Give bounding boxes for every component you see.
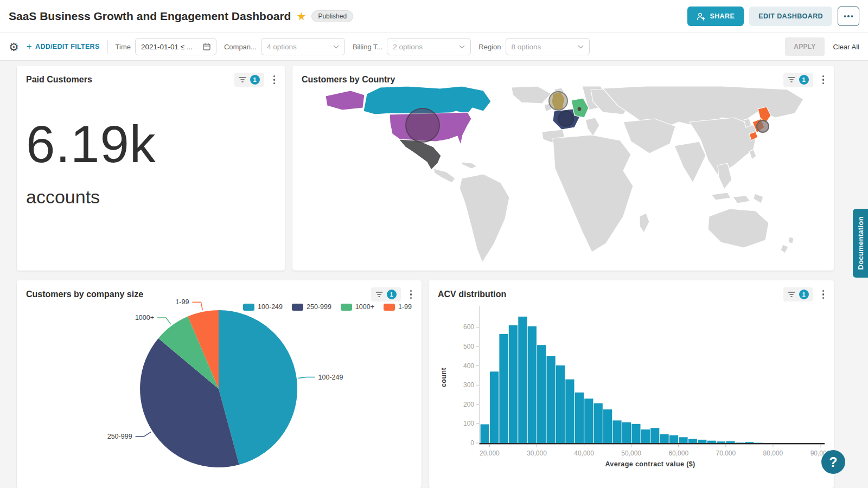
map-marker-france[interactable] (558, 111, 573, 126)
hist-bar[interactable] (584, 399, 593, 443)
filter-label: Compan... (224, 43, 257, 51)
chevron-down-icon (333, 45, 339, 49)
x-axis-line (480, 443, 825, 444)
apply-button[interactable]: APPLY (785, 37, 824, 56)
filter-count-badge: 1 (799, 290, 809, 299)
gear-icon[interactable]: ⚙ (9, 41, 19, 53)
world-map[interactable] (299, 86, 828, 265)
filter-label: Time (116, 43, 131, 51)
hist-bar[interactable] (679, 437, 687, 443)
hist-bar[interactable] (698, 440, 706, 443)
y-tick-label: 100 (463, 420, 474, 427)
widget-title: Customers by company size (26, 290, 143, 299)
share-button[interactable]: SHARE (687, 7, 744, 26)
widget-acv-distribution: ACV distribution 1 010020030040050060020… (429, 280, 834, 488)
map-marker-germany[interactable] (578, 107, 581, 111)
filter-label: Billing T... (353, 43, 382, 51)
widget-company-size: Customers by company size 1 100-249250-9… (17, 280, 422, 488)
hist-bar[interactable] (565, 380, 574, 443)
time-filter-input[interactable]: 2021-01-01 ≤ ... (135, 38, 216, 55)
widget-title: ACV distribution (438, 290, 506, 299)
hist-bar[interactable] (736, 442, 744, 443)
hist-bar[interactable] (518, 317, 527, 443)
pie-legend: 100-249250-9991000+1-99 (243, 303, 412, 311)
hist-bar[interactable] (575, 393, 584, 443)
hist-bar[interactable] (547, 356, 556, 443)
hist-bar[interactable] (481, 425, 489, 444)
hist-bar[interactable] (631, 424, 640, 443)
hist-bar[interactable] (612, 420, 621, 443)
more-options-button[interactable] (838, 7, 859, 26)
widget-menu-button[interactable] (271, 73, 278, 87)
map-india (674, 142, 706, 183)
legend-swatch (243, 304, 254, 311)
dashboard-header: SaaS Business Growth and Engagement Dash… (0, 0, 868, 33)
hist-bar[interactable] (537, 345, 546, 443)
company-filter-select[interactable]: 4 options (261, 38, 345, 55)
map-marker-usa[interactable] (406, 108, 439, 142)
hist-bar[interactable] (707, 441, 716, 443)
widget-menu-button[interactable] (408, 288, 414, 301)
clear-all-button[interactable]: Clear All (833, 43, 859, 51)
hist-bar[interactable] (726, 441, 735, 443)
hist-bar[interactable] (499, 334, 508, 443)
hist-bar[interactable] (603, 409, 612, 443)
help-button[interactable]: ? (821, 450, 845, 474)
legend-label: 100-249 (258, 303, 283, 311)
documentation-tab-label: Documentation (857, 216, 865, 270)
pie-callout-label: 250-999 (107, 433, 132, 440)
legend-item-1-99[interactable]: 1-99 (384, 303, 412, 311)
filter-funnel-icon (375, 291, 383, 298)
calendar-icon (203, 43, 210, 50)
hist-bar[interactable] (688, 439, 697, 444)
widget-menu-button[interactable] (820, 288, 827, 301)
hist-bar[interactable] (717, 441, 725, 443)
hist-bar[interactable] (509, 325, 518, 443)
legend-swatch (384, 304, 395, 311)
hist-bar[interactable] (650, 428, 659, 443)
add-edit-filters-button[interactable]: + ADD/EDIT FILTERS (27, 41, 100, 52)
edit-dashboard-button[interactable]: EDIT DASHBOARD (749, 7, 832, 26)
map-marker-uk[interactable] (549, 92, 567, 110)
favorite-star-icon[interactable]: ★ (296, 11, 306, 22)
filter-count-badge: 1 (387, 290, 397, 299)
map-alaska[interactable] (326, 91, 365, 110)
hist-bar[interactable] (490, 371, 499, 443)
hist-bar[interactable] (641, 429, 650, 443)
filter-label: Region (478, 43, 501, 51)
filter-funnel-icon (788, 291, 795, 298)
region-filter-select[interactable]: 8 options (506, 38, 590, 55)
hist-bar[interactable] (745, 442, 754, 443)
plus-icon: + (27, 41, 32, 52)
edit-dashboard-label: EDIT DASHBOARD (758, 12, 823, 20)
map-indonesia (711, 192, 763, 203)
map-italy (585, 118, 599, 136)
hist-bar[interactable] (660, 434, 669, 443)
hist-bar[interactable] (622, 422, 631, 443)
region-filter-value: 8 options (512, 43, 541, 51)
hist-bar[interactable] (669, 435, 678, 443)
published-badge: Published (311, 10, 353, 22)
pie-callout-label: 1000+ (135, 314, 154, 322)
billing-filter-select[interactable]: 2 options (387, 38, 471, 55)
legend-item-1000+[interactable]: 1000+ (341, 303, 374, 311)
widget-title: Paid Customers (26, 75, 92, 85)
legend-item-100-249[interactable]: 100-249 (243, 303, 283, 311)
widget-filter-chip[interactable]: 1 (371, 287, 401, 301)
legend-swatch (341, 304, 352, 311)
map-new-zealand (781, 237, 794, 253)
map-mexico[interactable] (399, 139, 441, 170)
widget-filter-chip[interactable]: 1 (783, 73, 813, 87)
map-marker-japan[interactable] (757, 120, 769, 132)
x-tick-label: 60,000 (668, 450, 688, 457)
widget-menu-button[interactable] (820, 73, 827, 87)
hist-bar[interactable] (556, 365, 565, 443)
hist-bar[interactable] (528, 326, 537, 443)
documentation-tab[interactable]: Documentation (853, 209, 868, 278)
widget-filter-chip[interactable]: 1 (234, 73, 264, 87)
y-tick-label: 300 (463, 381, 474, 389)
widget-filter-chip[interactable]: 1 (783, 287, 813, 301)
hist-bar[interactable] (594, 403, 603, 443)
legend-item-250-999[interactable]: 250-999 (292, 303, 331, 311)
y-tick-label: 600 (463, 323, 474, 331)
